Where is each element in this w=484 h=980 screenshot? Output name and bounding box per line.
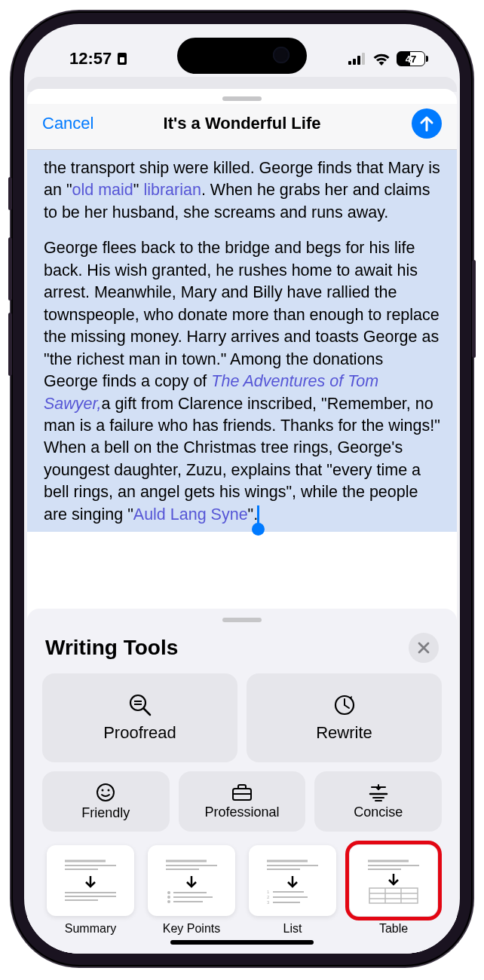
keypoints-thumb-icon bbox=[161, 855, 222, 906]
summary-button[interactable]: Summary bbox=[47, 845, 134, 936]
professional-button[interactable]: Professional bbox=[179, 771, 306, 832]
magnify-icon bbox=[128, 693, 152, 717]
selection-end-handle[interactable] bbox=[257, 505, 259, 524]
compose-sheet: Cancel It's a Wonderful Life the transpo… bbox=[27, 89, 457, 954]
svg-point-38 bbox=[167, 900, 170, 903]
friendly-button[interactable]: Friendly bbox=[42, 771, 170, 832]
close-button[interactable] bbox=[409, 633, 439, 663]
table-button[interactable]: Table bbox=[350, 845, 437, 936]
writing-tools-panel: Writing Tools bbox=[27, 609, 457, 954]
summary-thumb-icon bbox=[60, 855, 121, 906]
volume-down bbox=[8, 313, 12, 376]
phone-screen: 12:57 bbox=[24, 24, 460, 954]
close-icon bbox=[418, 642, 430, 654]
list-thumb-icon: 1 2 3 bbox=[262, 855, 323, 906]
svg-point-34 bbox=[167, 891, 170, 894]
cellular-icon bbox=[348, 53, 366, 65]
smile-icon bbox=[96, 783, 115, 802]
link-librarian[interactable]: librarian bbox=[143, 181, 201, 199]
phone-frame: 12:57 bbox=[11, 11, 473, 966]
wifi-icon bbox=[372, 53, 391, 66]
link-auld-lang-syne[interactable]: Auld Lang Syne bbox=[133, 505, 248, 524]
arrow-up-icon bbox=[419, 115, 434, 132]
briefcase-icon bbox=[231, 783, 253, 801]
svg-rect-4 bbox=[357, 56, 360, 65]
keypoints-button[interactable]: Key Points bbox=[148, 845, 235, 936]
concise-icon bbox=[369, 783, 388, 801]
send-button[interactable] bbox=[412, 108, 442, 139]
text-content[interactable]: the transport ship were killed. George f… bbox=[27, 150, 457, 612]
svg-text:3: 3 bbox=[267, 900, 270, 905]
rewrite-icon bbox=[332, 693, 357, 717]
svg-point-13 bbox=[97, 784, 114, 801]
sim-icon bbox=[117, 52, 127, 66]
status-time: 12:57 bbox=[69, 49, 112, 69]
list-button[interactable]: 1 2 3 List bbox=[249, 845, 336, 936]
svg-line-9 bbox=[144, 709, 150, 715]
svg-rect-5 bbox=[362, 53, 365, 65]
cancel-button[interactable]: Cancel bbox=[42, 114, 93, 133]
concise-button[interactable]: Concise bbox=[314, 771, 442, 832]
svg-point-15 bbox=[108, 789, 110, 791]
nav-bar: Cancel It's a Wonderful Life bbox=[27, 104, 457, 150]
home-indicator[interactable] bbox=[170, 940, 314, 945]
link-old-maid[interactable]: old maid bbox=[72, 181, 133, 199]
proofread-button[interactable]: Proofread bbox=[42, 673, 237, 762]
battery-indicator: 47 bbox=[397, 51, 428, 66]
front-camera bbox=[273, 47, 289, 63]
tools-grabber[interactable] bbox=[222, 618, 262, 622]
highlight-ring bbox=[345, 841, 442, 920]
svg-text:2: 2 bbox=[267, 895, 270, 899]
svg-line-12 bbox=[345, 705, 349, 708]
svg-rect-1 bbox=[120, 57, 124, 63]
svg-text:1: 1 bbox=[267, 890, 270, 894]
svg-point-6 bbox=[130, 695, 146, 710]
power-button bbox=[472, 260, 476, 358]
tools-title: Writing Tools bbox=[45, 636, 178, 660]
volume-up bbox=[8, 237, 12, 301]
svg-rect-3 bbox=[353, 59, 356, 65]
svg-rect-2 bbox=[348, 61, 351, 65]
selected-text[interactable]: the transport ship were killed. George f… bbox=[27, 150, 457, 532]
silent-switch bbox=[8, 177, 12, 210]
rewrite-button[interactable]: Rewrite bbox=[247, 673, 442, 762]
sheet-grabber[interactable] bbox=[222, 96, 262, 101]
svg-point-36 bbox=[167, 896, 170, 899]
svg-point-14 bbox=[102, 789, 104, 791]
